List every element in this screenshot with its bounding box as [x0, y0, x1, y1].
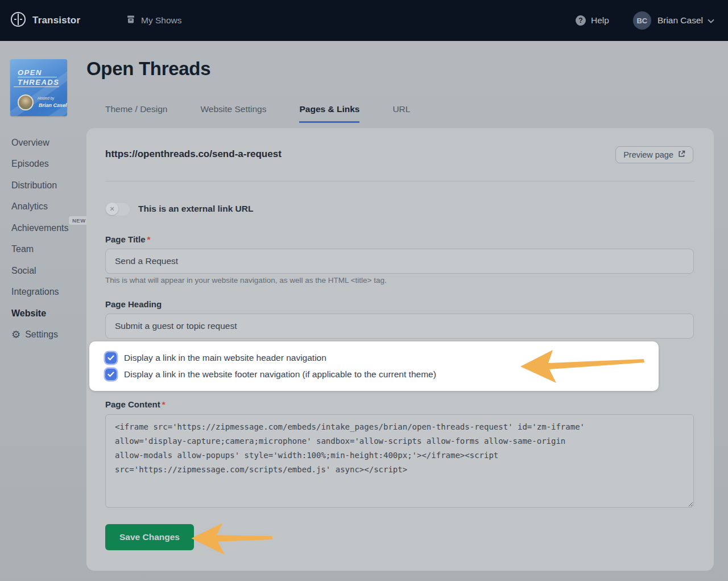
avatar[interactable]: BC [633, 11, 651, 30]
sidebar-item-overview[interactable]: Overview [11, 132, 69, 154]
external-link-toggle-label: This is an external link URL [138, 204, 253, 214]
brand-name: Transistor [32, 15, 80, 26]
user-name[interactable]: Brian Casel [657, 15, 703, 26]
sidebar-item-achievements[interactable]: Achievements NEW [11, 217, 69, 239]
artwork-title-line1: OPEN [18, 68, 57, 77]
page-content-field-label: Page Content* [105, 399, 166, 409]
artwork-title-line2: THREADS [14, 78, 59, 87]
website-tabs: Theme / Design Website Settings Pages & … [105, 104, 410, 123]
page-url-heading: https://openthreads.co/send-a-request [105, 149, 282, 160]
external-link-icon [678, 150, 685, 159]
page-heading-input[interactable] [105, 314, 694, 339]
sidebar-item-integrations[interactable]: Integrations [11, 282, 69, 303]
transistor-logo-icon [10, 11, 26, 30]
page-heading-field-label: Page Heading [105, 299, 162, 309]
tab-pages-links[interactable]: Pages & Links [299, 104, 359, 123]
help-icon: ? [576, 15, 586, 26]
header-nav-checkbox-label: Display a link in the main website heade… [124, 353, 326, 363]
page-title-help-text: This is what will appear in your website… [105, 276, 387, 285]
sidebar-item-distribution[interactable]: Distribution [11, 175, 69, 196]
shows-icon [126, 15, 135, 26]
required-asterisk: * [162, 399, 166, 409]
preview-page-button[interactable]: Preview page [615, 146, 693, 163]
artwork-host-photo [18, 94, 34, 110]
sidebar-item-settings[interactable]: ⚙ Settings [11, 324, 69, 346]
my-shows-link[interactable]: My Shows [126, 15, 182, 26]
artwork-host-name: Brian Casel [39, 102, 67, 108]
footer-nav-checkbox[interactable] [105, 369, 117, 380]
header-nav-checkbox[interactable] [105, 352, 117, 364]
toggle-knob: ✕ [106, 203, 118, 215]
required-asterisk: * [147, 234, 151, 244]
divider [105, 181, 695, 182]
tab-url[interactable]: URL [392, 104, 410, 123]
page-content-textarea[interactable]: <iframe src='https://zipmessage.com/embe… [105, 414, 694, 508]
page-title: Open Threads [86, 58, 210, 80]
footer-nav-checkbox-label: Display a link in the website footer nav… [124, 369, 436, 380]
external-link-toggle[interactable]: ✕ [105, 202, 130, 216]
podcast-artwork: OPEN THREADS Hosted by Brian Casel [10, 59, 67, 116]
top-navigation-bar: Transistor My Shows ? Help BC Brian Case… [0, 0, 728, 41]
sidebar-nav: Overview Episodes Distribution Analytics… [11, 132, 69, 345]
annotation-highlight-box [89, 341, 659, 391]
my-shows-label: My Shows [141, 15, 182, 26]
gear-icon: ⚙ [11, 329, 20, 340]
sidebar-item-website[interactable]: Website [11, 303, 69, 324]
save-changes-button[interactable]: Save Changes [105, 524, 194, 550]
chevron-down-icon[interactable] [708, 15, 714, 26]
page-title-field-label: Page Title* [105, 234, 150, 244]
page-settings-card: https://openthreads.co/send-a-request Pr… [86, 128, 714, 571]
sidebar-item-social[interactable]: Social [11, 260, 69, 282]
artwork-hosted-by: Hosted by [38, 96, 54, 100]
help-link[interactable]: ? Help [576, 15, 609, 26]
sidebar-item-team[interactable]: Team [11, 239, 69, 261]
help-label: Help [591, 15, 609, 26]
sidebar-item-episodes[interactable]: Episodes [11, 154, 69, 175]
transistor-logo[interactable]: Transistor [10, 11, 80, 30]
annotation-arrow-save [189, 521, 275, 557]
tab-theme-design[interactable]: Theme / Design [105, 104, 167, 123]
sidebar-item-analytics[interactable]: Analytics [11, 196, 69, 218]
page-title-input[interactable] [105, 249, 694, 274]
tab-website-settings[interactable]: Website Settings [200, 104, 266, 123]
